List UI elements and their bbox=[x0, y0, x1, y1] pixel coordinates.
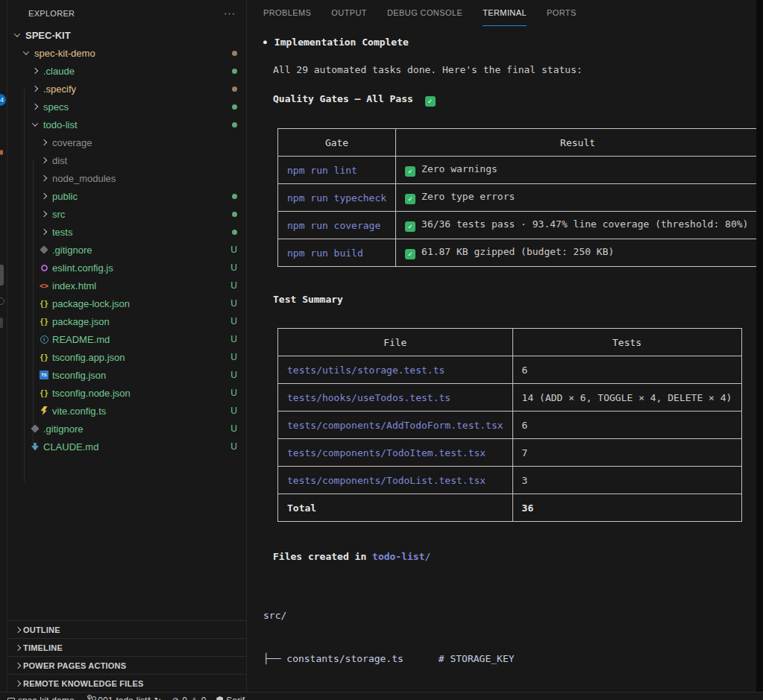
explorer-item-node-modules[interactable]: node_modules bbox=[8, 169, 246, 187]
explorer-item-spec-kit[interactable]: SPEC-KIT bbox=[8, 26, 246, 44]
explorer-item-gitignore-root[interactable]: .gitignore U bbox=[8, 420, 246, 438]
table-row: tests/hooks/useTodos.test.ts 14 (ADD × 6… bbox=[278, 384, 742, 412]
explorer-item-eslint-config[interactable]: eslint.config.js U bbox=[8, 259, 246, 277]
table-total-row: Total 36 bbox=[278, 494, 742, 522]
git-untracked-dot bbox=[232, 104, 237, 110]
explorer-item-src[interactable]: src bbox=[8, 205, 246, 223]
explorer-item-tsconfig-app[interactable]: tsconfig.app.json U bbox=[8, 348, 246, 366]
untracked-badge: U bbox=[230, 370, 237, 380]
explorer-item-gitignore[interactable]: .gitignore U bbox=[8, 241, 246, 259]
git-modified-dot bbox=[232, 86, 237, 92]
check-icon bbox=[405, 221, 415, 232]
test-summary-table: File Tests tests/utils/storage.test.ts 6… bbox=[277, 328, 742, 522]
table-row: tests/components/TodoItem.test.tsx 7 bbox=[278, 439, 742, 467]
explorer-item-claude[interactable]: .claude bbox=[8, 62, 246, 80]
remote-window-icon bbox=[7, 698, 15, 700]
explorer-header: EXPLORER ··· bbox=[8, 0, 246, 26]
eslint-icon bbox=[38, 262, 50, 274]
untracked-badge: U bbox=[230, 245, 237, 255]
tab-problems[interactable]: PROBLEMS bbox=[263, 1, 311, 26]
explorer-item-tsconfig-node[interactable]: tsconfig.node.json U bbox=[8, 384, 246, 402]
explorer-item-dist[interactable]: dist bbox=[8, 151, 246, 169]
explorer-item-readme[interactable]: README.md U bbox=[8, 330, 246, 348]
tab-output[interactable]: OUTPUT bbox=[331, 1, 367, 26]
tab-terminal[interactable]: TERMINAL bbox=[483, 1, 527, 26]
untracked-badge: U bbox=[230, 280, 237, 291]
chevron-right-icon bbox=[38, 158, 50, 163]
quality-gates-table: Gate Result npm run lint Zero warnings n… bbox=[277, 128, 760, 267]
explorer-sidebar: EXPLORER ··· SPEC-KIT spec-kit-demo .cla… bbox=[8, 0, 246, 692]
explorer-item-public[interactable]: public bbox=[8, 187, 246, 205]
chevron-right-icon bbox=[38, 230, 50, 234]
terminal-scrollbar[interactable] bbox=[756, 0, 763, 692]
explorer-item-package-json[interactable]: package.json U bbox=[8, 312, 246, 330]
chevron-right-icon bbox=[29, 104, 41, 109]
section-power-pages-actions[interactable]: POWER PAGES ACTIONS bbox=[8, 656, 246, 674]
table-row: tests/components/AddTodoForm.test.tsx 6 bbox=[278, 412, 742, 439]
sarif-indicator[interactable]: Sarif bbox=[216, 696, 245, 700]
git-untracked-dot bbox=[232, 122, 237, 127]
explorer-item-spec-kit-demo[interactable]: spec-kit-demo bbox=[8, 44, 246, 62]
sidebar-sections: OUTLINE TIMELINE POWER PAGES ACTIONS REM… bbox=[8, 620, 246, 692]
explorer-item-coverage[interactable]: coverage bbox=[8, 133, 246, 151]
remote-indicator[interactable]: spec-kit-demo bbox=[7, 696, 74, 700]
check-icon bbox=[405, 194, 415, 204]
table-row: tests/components/TodoList.test.tsx 3 bbox=[278, 467, 742, 494]
git-modified-dot bbox=[232, 51, 237, 56]
terminal-intro: All 29 automated tasks done. Here's the … bbox=[273, 64, 583, 75]
tab-ports[interactable]: PORTS bbox=[547, 1, 577, 26]
error-icon: ⊘ bbox=[172, 696, 179, 700]
tab-debug-console[interactable]: DEBUG CONSOLE bbox=[387, 1, 462, 26]
file-tree-output: src/ ├── constants/storage.ts # STORAGE_… bbox=[263, 579, 625, 700]
chevron-down-icon bbox=[29, 122, 41, 127]
untracked-badge: U bbox=[230, 441, 237, 452]
git-branch-indicator[interactable]: 001-todo-list* ↻ bbox=[84, 696, 161, 700]
branch-icon bbox=[89, 696, 95, 700]
chevron-right-icon bbox=[38, 212, 50, 216]
typescript-icon bbox=[38, 369, 50, 381]
explorer-item-specify[interactable]: .specify bbox=[8, 80, 246, 98]
explorer-item-todo-list[interactable]: todo-list bbox=[8, 116, 246, 133]
explorer-item-claude-md[interactable]: CLAUDE.md U bbox=[8, 438, 246, 455]
chevron-right-icon bbox=[13, 646, 23, 650]
untracked-badge: U bbox=[230, 352, 237, 362]
json-icon bbox=[38, 387, 50, 399]
table-row: npm run coverage 36/36 tests pass · 93.4… bbox=[278, 212, 760, 239]
check-icon bbox=[425, 96, 436, 107]
activity-icon-partial bbox=[0, 297, 4, 305]
markdown-down-icon bbox=[29, 441, 41, 453]
chevron-right-icon bbox=[29, 69, 41, 73]
explorer-item-tests[interactable]: tests bbox=[8, 223, 246, 241]
explorer-item-vite-config[interactable]: vite.config.ts U bbox=[8, 402, 246, 420]
panel: PROBLEMS OUTPUT DEBUG CONSOLE TERMINAL P… bbox=[246, 0, 763, 692]
explorer-item-tsconfig[interactable]: tsconfig.json U bbox=[8, 366, 246, 384]
chevron-right-icon bbox=[29, 86, 41, 91]
more-actions-icon[interactable]: ··· bbox=[224, 7, 236, 19]
section-remote-knowledge-files[interactable]: REMOTE KNOWLEDGE FILES bbox=[8, 674, 246, 692]
explorer-item-index-html[interactable]: index.html U bbox=[8, 277, 246, 294]
section-outline[interactable]: OUTLINE bbox=[8, 620, 246, 638]
table-row: npm run build 61.87 KB gzipped (budget: … bbox=[278, 239, 760, 267]
untracked-badge: U bbox=[230, 334, 237, 344]
problems-indicator[interactable]: ⊘ 0 ⚠ 0 bbox=[172, 696, 206, 700]
vite-icon bbox=[38, 405, 50, 417]
table-row: npm run typecheck Zero type errors bbox=[278, 184, 760, 212]
info-icon bbox=[38, 333, 50, 345]
chevron-right-icon bbox=[38, 194, 50, 198]
section-timeline[interactable]: TIMELINE bbox=[8, 638, 246, 656]
files-created-heading: Files created in todo-list/ bbox=[273, 551, 430, 562]
table-row: tests/utils/storage.test.ts 6 bbox=[278, 356, 742, 384]
sync-icon: ↻ bbox=[154, 696, 161, 700]
json-icon bbox=[38, 297, 50, 309]
terminal-heading: ●Implementation Complete bbox=[263, 37, 409, 48]
column-header: Gate bbox=[278, 129, 396, 157]
chevron-right-icon bbox=[38, 140, 50, 145]
git-untracked-dot bbox=[232, 230, 237, 235]
explorer-item-package-lock[interactable]: package-lock.json U bbox=[8, 294, 246, 312]
git-file-icon bbox=[38, 244, 50, 256]
chevron-right-icon bbox=[13, 681, 23, 686]
column-header: File bbox=[278, 329, 513, 356]
column-header: Result bbox=[396, 129, 760, 157]
explorer-item-specs[interactable]: specs bbox=[8, 98, 246, 116]
activity-bar[interactable]: 4 bbox=[0, 0, 7, 692]
